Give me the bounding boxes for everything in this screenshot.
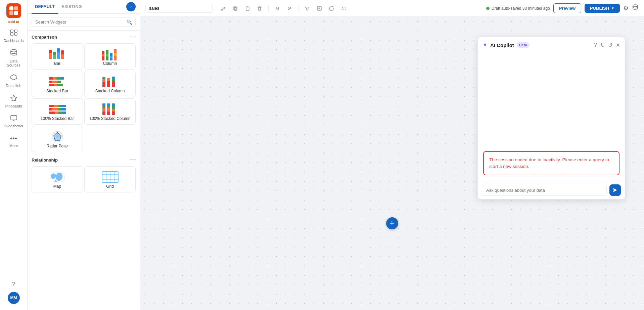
widget-item-bar[interactable]: Bar [32,43,83,70]
widget-item-100pct-stacked-bar[interactable]: 100% Stacked Bar [32,98,83,125]
svg-point-93 [633,5,638,7]
svg-rect-70 [112,103,115,105]
ai-copilot-panel: ✦ AI Copilot Beta ? ↻ ↺ ✕ The session en… [477,37,625,200]
svg-rect-30 [53,77,56,80]
copy-btn[interactable] [230,3,241,14]
sidebar-item-datahub[interactable]: Data Hub [2,71,26,90]
database-icon[interactable] [632,4,639,12]
ai-settings-icon[interactable]: ↻ [600,42,605,48]
widget-tabs: DEFAULT EXISTING ‹ [28,0,140,14]
comparison-widget-grid: Bar Column [28,42,140,153]
tab-default[interactable]: DEFAULT [32,0,58,14]
add-widget-btn[interactable]: + [386,217,398,229]
svg-marker-9 [11,75,17,80]
sidebar-item-more[interactable]: ••• More [2,132,26,150]
settings-icon[interactable]: ⚙ [623,5,629,12]
widget-item-stacked-bar[interactable]: Stacked Bar [32,71,83,97]
delete-btn[interactable] [254,3,265,14]
sidebar-item-datasources[interactable]: Data Sources [2,47,26,70]
ai-query-input[interactable] [482,185,607,196]
svg-rect-18 [57,52,60,59]
svg-rect-58 [62,112,66,114]
svg-rect-16 [53,55,56,59]
grid-label: Grid [106,184,114,189]
svg-rect-42 [107,81,110,87]
more-icon: ••• [10,135,17,142]
svg-rect-27 [110,56,112,58]
cut-btn[interactable] [218,3,229,14]
dashboard-title-input[interactable] [145,4,213,13]
sidebar-item-more-label: More [9,144,18,148]
svg-rect-90 [246,7,249,10]
svg-rect-43 [107,78,110,81]
ai-copilot-title: AI Copilot [490,42,514,48]
relationship-collapse-btn[interactable]: — [130,157,136,163]
toolbar-divider-2 [298,5,298,12]
publish-btn[interactable]: PUBLISH ▼ [585,4,620,13]
widget-item-grid[interactable]: Grid [84,166,136,192]
svg-rect-63 [107,112,110,115]
paste-btn[interactable] [242,3,253,14]
sidebar-item-slideshows-label: Slideshows [4,124,23,128]
svg-rect-36 [49,84,54,86]
widget-item-map[interactable]: Map [32,166,83,192]
widget-item-radar-polar[interactable]: Radar Polar [32,126,83,152]
100pct-stacked-bar-chart-icon [48,102,67,116]
tab-existing[interactable]: EXISTING [58,0,85,14]
translate-btn[interactable]: A文 [338,3,349,14]
comparison-section-header: Comparison — [28,31,140,42]
sidebar-item-pinboards[interactable]: Pinboards [2,92,26,111]
search-icon: 🔍 [127,19,132,25]
ai-help-icon[interactable]: ? [594,42,597,48]
publish-label: PUBLISH [590,6,609,11]
widget-item-100pct-stacked-column[interactable]: 100% Stacked Column [84,98,136,125]
comparison-collapse-btn[interactable]: — [130,34,136,40]
100pct-stacked-bar-label: 100% Stacked Bar [41,116,74,121]
svg-rect-56 [55,112,58,114]
main-canvas: A文 Draft auto-saved 33 minutes ago Previ… [140,0,644,310]
comparison-label: Comparison [32,35,57,40]
ai-close-icon[interactable]: ✕ [616,42,620,48]
svg-rect-66 [107,103,110,105]
svg-rect-39 [102,82,105,87]
sidebar-item-dashboards[interactable]: Dashboards [2,27,26,45]
ai-refresh-icon[interactable]: ↺ [608,42,612,48]
help-icon[interactable]: ? [12,281,15,288]
filter-btn[interactable] [302,3,313,14]
widget-item-column[interactable]: Column [84,43,136,70]
svg-rect-45 [112,79,115,81]
column-label: Column [103,61,117,66]
svg-rect-33 [49,81,52,83]
preview-btn[interactable]: Preview [553,3,581,13]
tab-arrow-btn[interactable]: ‹ [126,2,136,11]
undo-btn[interactable] [272,3,283,14]
svg-rect-50 [61,105,66,107]
refresh-btn[interactable] [326,3,337,14]
search-input[interactable] [32,17,136,27]
svg-rect-61 [102,105,105,108]
svg-text:A文: A文 [341,7,346,10]
app-logo[interactable] [6,3,21,18]
export-btn[interactable] [314,3,325,14]
map-chart-icon [48,170,67,184]
svg-rect-54 [61,108,66,110]
status-text: Draft auto-saved 33 minutes ago [492,6,550,11]
svg-rect-65 [107,105,110,107]
stacked-column-label: Stacked Column [95,89,125,93]
user-avatar[interactable]: MM [8,292,20,304]
svg-rect-2 [9,11,13,15]
svg-rect-48 [54,105,58,107]
sidebar-item-slideshows[interactable]: Slideshows [2,112,26,131]
sidebar: Bold BI Dashboards Data Sources Data Hub… [0,0,28,310]
relationship-section-header: Relationship — [28,153,140,165]
widget-item-stacked-column[interactable]: Stacked Column [84,71,136,97]
redo-btn[interactable] [284,3,295,14]
svg-rect-55 [49,112,55,114]
ai-error-message: The session ended due to inactivity. Ple… [483,151,619,176]
svg-rect-40 [102,79,105,82]
ai-send-btn[interactable] [609,184,621,196]
sidebar-item-datasources-label: Data Sources [3,59,25,67]
toolbar-right: Draft auto-saved 33 minutes ago Preview … [486,3,639,13]
datahub-icon [10,74,17,82]
ai-panel-body: The session ended due to inactivity. Ple… [478,53,625,181]
